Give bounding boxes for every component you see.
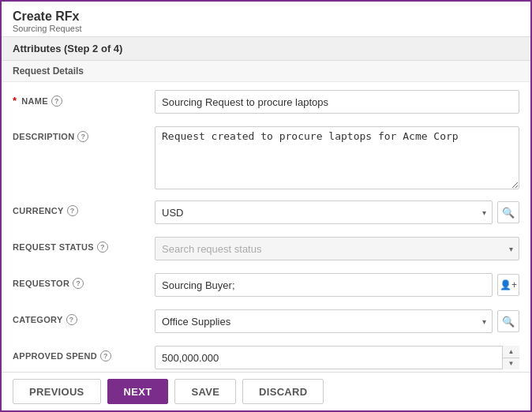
section-label: Request Details (13, 66, 84, 77)
approved-spend-arrows: ▲ ▼ (502, 346, 519, 369)
requestor-row: REQUESTOR ? 👤+ (13, 273, 519, 298)
step-header: Attributes (Step 2 of 4) (2, 37, 530, 61)
request-status-label: REQUEST STATUS ? (13, 237, 155, 253)
category-select-wrapper: Office Supplies IT Equipment Services ▾ (155, 309, 493, 333)
description-help-icon[interactable]: ? (77, 131, 88, 142)
approved-spend-row: APPROVED SPEND ? ▲ ▼ (13, 346, 519, 371)
content-area: Request Details * NAME ? DESCRIPTION ? (2, 61, 530, 372)
request-status-select[interactable]: Search request status (155, 237, 519, 260)
name-input[interactable] (155, 90, 519, 114)
page-wrapper: Create RFx Sourcing Request Attributes (… (0, 0, 532, 412)
name-control-area (155, 90, 519, 114)
page-header: Create RFx Sourcing Request (2, 2, 530, 37)
request-status-select-wrapper: Search request status ▾ (155, 237, 519, 260)
description-textarea[interactable]: Request created to procure laptops for A… (155, 126, 519, 189)
currency-row: CURRENCY ? USD EUR GBP ▾ 🔍 (13, 200, 519, 226)
category-select[interactable]: Office Supplies IT Equipment Services (155, 309, 493, 333)
request-status-control-area: Search request status ▾ (155, 237, 519, 260)
category-control-area: Office Supplies IT Equipment Services ▾ … (155, 309, 519, 333)
section-header: Request Details (2, 61, 530, 82)
step-label: Attributes (Step 2 of 4) (13, 43, 122, 54)
currency-search-button[interactable]: 🔍 (497, 201, 519, 223)
description-label: DESCRIPTION ? (13, 126, 155, 142)
category-help-icon[interactable]: ? (66, 314, 77, 325)
approved-spend-input[interactable] (155, 346, 519, 369)
required-star: * (13, 95, 17, 107)
approved-spend-help-icon[interactable]: ? (100, 350, 111, 361)
requestor-label: REQUESTOR ? (13, 273, 155, 289)
name-row: * NAME ? (13, 90, 519, 115)
add-requestor-button[interactable]: 👤+ (497, 274, 519, 296)
approved-spend-label: APPROVED SPEND ? (13, 346, 155, 361)
approved-spend-down-button[interactable]: ▼ (503, 358, 519, 370)
category-row: CATEGORY ? Office Supplies IT Equipment … (13, 309, 519, 335)
footer: PREVIOUS NEXT SAVE DISCARD (2, 372, 530, 410)
approved-spend-control-area: ▲ ▼ (155, 346, 519, 369)
category-search-button[interactable]: 🔍 (497, 310, 519, 332)
request-status-help-icon[interactable]: ? (97, 242, 108, 253)
requestor-control-area: 👤+ (155, 273, 519, 297)
currency-control-area: USD EUR GBP ▾ 🔍 (155, 200, 519, 224)
category-label: CATEGORY ? (13, 309, 155, 325)
save-button[interactable]: SAVE (174, 379, 236, 404)
previous-button[interactable]: PREVIOUS (13, 379, 101, 404)
request-status-row: REQUEST STATUS ? Search request status ▾ (13, 237, 519, 262)
currency-select[interactable]: USD EUR GBP (155, 200, 493, 224)
next-button[interactable]: NEXT (107, 379, 169, 404)
approved-spend-spinner-box: ▲ ▼ (155, 346, 519, 369)
page-subtitle: Sourcing Request (13, 24, 519, 33)
currency-search-icon: 🔍 (502, 207, 515, 219)
currency-label: CURRENCY ? (13, 200, 155, 216)
page-title: Create RFx (13, 9, 519, 24)
approved-spend-up-button[interactable]: ▲ (503, 346, 519, 358)
requestor-help-icon[interactable]: ? (73, 278, 84, 289)
form-body: * NAME ? DESCRIPTION ? Request created t… (2, 82, 530, 372)
description-row: DESCRIPTION ? Request created to procure… (13, 126, 519, 189)
description-control-area: Request created to procure laptops for A… (155, 126, 519, 189)
requestor-input[interactable] (155, 273, 493, 297)
discard-button[interactable]: DISCARD (242, 379, 324, 404)
currency-select-wrapper: USD EUR GBP ▾ (155, 200, 493, 224)
currency-help-icon[interactable]: ? (67, 205, 78, 216)
category-search-icon: 🔍 (502, 316, 515, 328)
add-user-icon: 👤+ (500, 279, 517, 290)
name-help-icon[interactable]: ? (51, 96, 62, 107)
name-label: * NAME ? (13, 90, 155, 107)
